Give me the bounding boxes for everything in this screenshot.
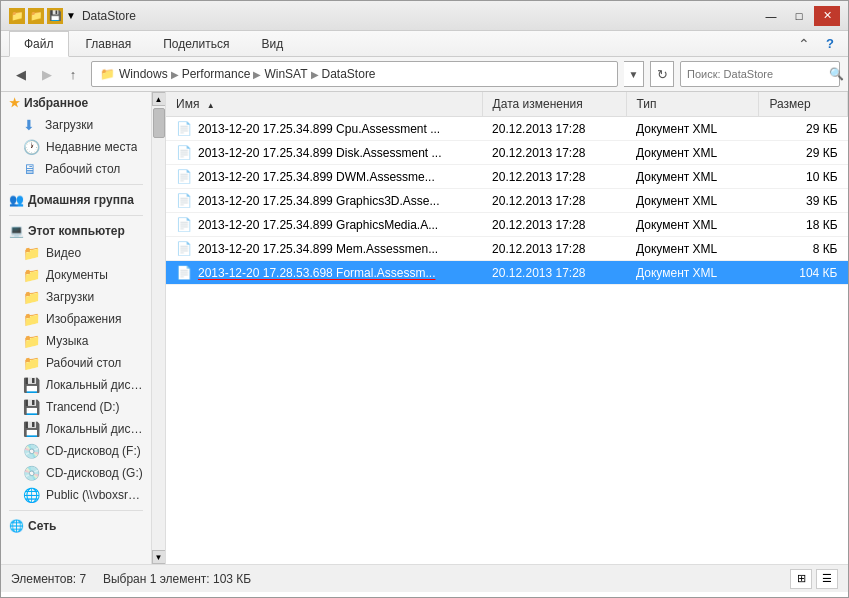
tab-home[interactable]: Главная: [71, 31, 147, 56]
items-count: Элементов: 7: [11, 572, 86, 586]
scroll-thumb[interactable]: [153, 108, 165, 138]
ribbon-tabs: Файл Главная Поделиться Вид ⌃ ?: [1, 31, 848, 56]
back-button[interactable]: ◀: [9, 62, 33, 86]
file-date: 20.12.2013 17:28: [482, 237, 626, 261]
sidebar-item-cddrive-f-label: CD-дисковод (F:): [46, 444, 141, 458]
sidebar-item-documents[interactable]: 📁 Документы: [1, 264, 151, 286]
file-size: 8 КБ: [759, 237, 848, 261]
file-name-cell-selected: 📄 2013-12-20 17.28.53.698 Formal.Assessm…: [166, 261, 482, 285]
sidebar-item-cddrive-g[interactable]: 💿 CD-дисковод (G:): [1, 462, 151, 484]
sidebar-item-images[interactable]: 📁 Изображения: [1, 308, 151, 330]
tab-view[interactable]: Вид: [246, 31, 298, 56]
table-row[interactable]: 📄 2013-12-20 17.25.34.899 Mem.Assessmen.…: [166, 237, 848, 261]
sidebar-item-cddrive-g-label: CD-дисковод (G:): [46, 466, 143, 480]
sidebar-item-desktop2[interactable]: 📁 Рабочий стол: [1, 352, 151, 374]
sidebar-item-cddrive-f[interactable]: 💿 CD-дисковод (F:): [1, 440, 151, 462]
sidebar-item-localdisk1[interactable]: 💾 Локальный диск...: [1, 374, 151, 396]
view-details-button[interactable]: ⊞: [790, 569, 812, 589]
sidebar-item-localdisk2-label: Локальный диск...: [46, 422, 143, 436]
title-bar-left: 📁 📁 💾 ▼ DataStore: [9, 8, 136, 24]
recent-icon: 🕐: [23, 139, 40, 155]
sidebar-item-music[interactable]: 📁 Музыка: [1, 330, 151, 352]
folder-icon-small: 📁: [100, 67, 115, 81]
table-row[interactable]: 📄 2013-12-20 17.25.34.899 Graphics3D.Ass…: [166, 189, 848, 213]
file-name-text: 2013-12-20 17.25.34.899 DWM.Assessme...: [198, 170, 435, 184]
path-segment-performance: Performance: [182, 67, 251, 81]
xml-file-icon-5: 📄: [176, 217, 192, 232]
file-size: 29 КБ: [759, 117, 848, 141]
tab-file[interactable]: Файл: [9, 31, 69, 57]
sidebar-item-trancend-label: Trancend (D:): [46, 400, 120, 414]
file-name-cell: 📄 2013-12-20 17.25.34.899 Mem.Assessmen.…: [166, 237, 482, 261]
help-icon[interactable]: ?: [820, 31, 840, 56]
window-icon-dropdown[interactable]: ▼: [66, 10, 76, 21]
network-icon: 🌐: [9, 519, 24, 533]
file-type: Документ XML: [626, 165, 759, 189]
window-title: DataStore: [82, 9, 136, 23]
path-segment-windows: 📁 Windows: [100, 67, 168, 81]
address-path[interactable]: 📁 Windows ▶ Performance ▶ WinSAT ▶ DataS…: [91, 61, 618, 87]
col-header-size[interactable]: Размер: [759, 92, 848, 117]
table-row-selected[interactable]: 📄 2013-12-20 17.28.53.698 Formal.Assessm…: [166, 261, 848, 285]
sidebar-item-localdisk2[interactable]: 💾 Локальный диск...: [1, 418, 151, 440]
address-dropdown-button[interactable]: ▼: [624, 61, 644, 87]
table-row[interactable]: 📄 2013-12-20 17.25.34.899 DWM.Assessme..…: [166, 165, 848, 189]
forward-button[interactable]: ▶: [35, 62, 59, 86]
title-bar-icons: 📁 📁 💾 ▼: [9, 8, 76, 24]
nav-buttons: ◀ ▶ ↑: [9, 62, 85, 86]
path-segment-winsat: WinSAT: [264, 67, 307, 81]
sidebar-item-video[interactable]: 📁 Видео: [1, 242, 151, 264]
tab-share[interactable]: Поделиться: [148, 31, 244, 56]
favorites-icon: ★: [9, 96, 20, 110]
sidebar-item-trancend[interactable]: 💾 Trancend (D:): [1, 396, 151, 418]
xml-file-icon-3: 📄: [176, 169, 192, 184]
sidebar-item-downloads2[interactable]: 📁 Загрузки: [1, 286, 151, 308]
col-header-date[interactable]: Дата изменения: [482, 92, 626, 117]
view-list-button[interactable]: ☰: [816, 569, 838, 589]
scroll-down-button[interactable]: ▼: [152, 550, 166, 564]
close-button[interactable]: ✕: [814, 6, 840, 26]
xml-file-icon-7: 📄: [176, 265, 192, 280]
sidebar-item-documents-label: Документы: [46, 268, 108, 282]
sort-indicator-name: ▲: [207, 101, 215, 110]
sidebar-header-favorites[interactable]: ★ Избранное: [1, 92, 151, 114]
sidebar-header-network[interactable]: 🌐 Сеть: [1, 515, 151, 537]
file-name-cell: 📄 2013-12-20 17.25.34.899 GraphicsMedia.…: [166, 213, 482, 237]
file-name-text: 2013-12-20 17.25.34.899 GraphicsMedia.A.…: [198, 218, 438, 232]
search-input[interactable]: [687, 68, 825, 80]
sidebar-item-network-public[interactable]: 🌐 Public (\\vboxsrv...: [1, 484, 151, 506]
sidebar-computer-label: Этот компьютер: [28, 224, 125, 238]
scroll-track: [152, 106, 165, 550]
sidebar-header-homegroup[interactable]: 👥 Домашняя группа: [1, 189, 151, 211]
cddrive-f-icon: 💿: [23, 443, 40, 459]
table-row[interactable]: 📄 2013-12-20 17.25.34.899 GraphicsMedia.…: [166, 213, 848, 237]
minimize-button[interactable]: —: [758, 6, 784, 26]
sidebar-section-favorites: ★ Избранное ⬇ Загрузки 🕐 Недавние места …: [1, 92, 151, 180]
sidebar-item-downloads[interactable]: ⬇ Загрузки: [1, 114, 151, 136]
search-box[interactable]: 🔍: [680, 61, 840, 87]
sidebar-item-desktop2-label: Рабочий стол: [46, 356, 121, 370]
col-header-name[interactable]: Имя ▲: [166, 92, 482, 117]
maximize-button[interactable]: □: [786, 6, 812, 26]
sidebar-item-images-label: Изображения: [46, 312, 121, 326]
sidebar-item-recent[interactable]: 🕐 Недавние места: [1, 136, 151, 158]
table-row[interactable]: 📄 2013-12-20 17.25.34.899 Cpu.Assessment…: [166, 117, 848, 141]
refresh-button[interactable]: ↻: [650, 61, 674, 87]
desktop2-icon: 📁: [23, 355, 40, 371]
file-type: Документ XML: [626, 141, 759, 165]
music-icon: 📁: [23, 333, 40, 349]
selected-info: Выбран 1 элемент: 103 КБ: [103, 572, 251, 586]
up-button[interactable]: ↑: [61, 62, 85, 86]
scroll-up-button[interactable]: ▲: [152, 92, 166, 106]
sidebar-item-desktop1[interactable]: 🖥 Рабочий стол: [1, 158, 151, 180]
ribbon-minimize-icon[interactable]: ⌃: [790, 31, 818, 56]
file-name-text: 2013-12-20 17.25.34.899 Cpu.Assessment .…: [198, 122, 440, 136]
col-header-type[interactable]: Тип: [626, 92, 759, 117]
sidebar-item-video-label: Видео: [46, 246, 81, 260]
sidebar-favorites-label: Избранное: [24, 96, 88, 110]
window-icon-2: 📁: [28, 8, 44, 24]
table-row[interactable]: 📄 2013-12-20 17.25.34.899 Disk.Assessmen…: [166, 141, 848, 165]
homegroup-icon: 👥: [9, 193, 24, 207]
sidebar-header-computer[interactable]: 💻 Этот компьютер: [1, 220, 151, 242]
file-date: 20.12.2013 17:28: [482, 117, 626, 141]
